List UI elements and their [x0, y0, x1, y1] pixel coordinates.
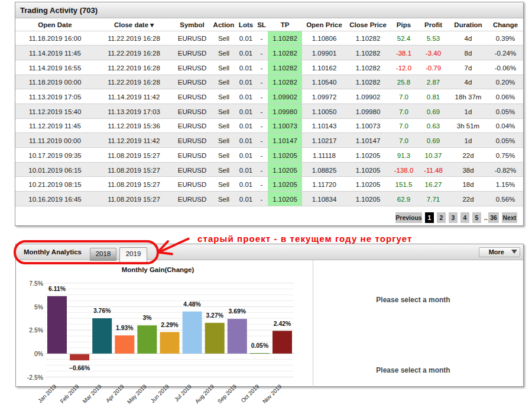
- svg-text:Mar 2019: Mar 2019: [81, 383, 102, 405]
- svg-text:Jul 2019: Jul 2019: [173, 383, 193, 403]
- svg-text:Apr 2019: Apr 2019: [105, 383, 125, 404]
- svg-text:Jan 2019: Jan 2019: [37, 383, 57, 404]
- svg-text:2.29%: 2.29%: [161, 322, 178, 328]
- svg-text:0%: 0%: [34, 351, 43, 357]
- svg-text:Nov 2019: Nov 2019: [261, 383, 283, 405]
- svg-text:6.11%: 6.11%: [48, 286, 66, 292]
- svg-text:Oct 2019: Oct 2019: [239, 383, 260, 404]
- svg-text:старый проект - в текущем году: старый проект - в текущем году не торгуе…: [197, 234, 413, 244]
- svg-text:4.48%: 4.48%: [183, 301, 200, 308]
- svg-text:Monthly Gain(Change): Monthly Gain(Change): [122, 266, 194, 273]
- svg-text:7.5%: 7.5%: [29, 280, 43, 287]
- svg-text:3%: 3%: [142, 315, 151, 321]
- svg-text:May 2019: May 2019: [126, 383, 148, 405]
- svg-text:Aug 2019: Aug 2019: [194, 383, 216, 405]
- svg-text:3.27%: 3.27%: [206, 312, 223, 319]
- svg-text:2.42%: 2.42%: [274, 321, 291, 327]
- svg-text:2.5%: 2.5%: [29, 327, 43, 334]
- svg-text:5%: 5%: [34, 304, 43, 310]
- svg-text:-2.5%: -2.5%: [27, 374, 43, 381]
- svg-text:3.69%: 3.69%: [229, 308, 246, 315]
- svg-text:Sep 2019: Sep 2019: [216, 383, 238, 405]
- svg-text:−0.66%: −0.66%: [69, 365, 90, 371]
- svg-text:Jun 2019: Jun 2019: [149, 383, 170, 404]
- svg-text:Feb 2019: Feb 2019: [59, 383, 80, 405]
- svg-text:1.93%: 1.93%: [116, 325, 133, 331]
- svg-text:3.76%: 3.76%: [93, 308, 111, 314]
- svg-text:0.05%: 0.05%: [251, 342, 268, 349]
